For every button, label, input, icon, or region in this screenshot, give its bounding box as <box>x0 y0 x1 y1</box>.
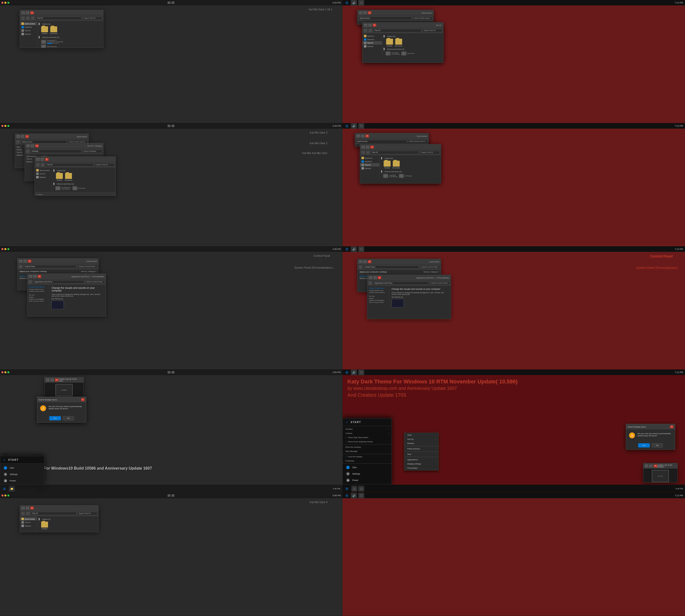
cpw2-ease[interactable]: Ease of Access Center <box>29 300 48 302</box>
dot-g-km4[interactable] <box>7 494 9 497</box>
km4-fwd[interactable]: › <box>26 511 30 515</box>
forward-btn[interactable]: › <box>26 16 30 20</box>
ctx-new[interactable]: New › <box>404 452 438 456</box>
sidebar-quickaccess[interactable]: Quick access <box>20 22 37 25</box>
win-tbi-k-1[interactable]: ⬛ <box>351 486 357 491</box>
dot-r-2[interactable] <box>1 125 3 127</box>
sub-winctrl-1b[interactable]: — □ ✕ <box>364 24 376 27</box>
sub-winctrl-1a[interactable]: — □ ✕ <box>359 11 371 14</box>
start-locktb[interactable]: ✓ Lock the taskbar <box>343 455 392 459</box>
cpw2-display[interactable]: Display <box>29 296 48 298</box>
dot-y-cp[interactable] <box>4 248 6 250</box>
km4-search[interactable]: Search This PC <box>78 512 97 515</box>
cpR-max[interactable]: □ <box>363 260 367 263</box>
km4-addr[interactable]: This PC <box>31 512 76 515</box>
dot-r-ps[interactable] <box>1 371 3 373</box>
km4-close[interactable]: ✕ <box>30 507 34 510</box>
win-tbi-cpr-2[interactable]: ⬛ <box>358 246 364 252</box>
cp-max[interactable]: □ <box>23 260 27 263</box>
win-taskbar-icon-1[interactable]: 🔊 <box>351 0 357 6</box>
cpw2-max[interactable]: □ <box>33 275 37 278</box>
sub-addr-1b[interactable]: This PC <box>373 29 422 32</box>
cpRP-taskbar[interactable]: Taskbar and Navigation <box>369 300 388 301</box>
sub2-od-2[interactable]: OneDrive <box>360 160 379 163</box>
dialog-no-left[interactable]: No <box>63 416 74 420</box>
ps-wc-r[interactable]: — □ ✕ <box>645 464 657 467</box>
sub2-back-2[interactable]: ‹ <box>361 151 365 154</box>
km3-max[interactable]: □ <box>21 135 24 138</box>
km4-back[interactable]: ‹ <box>21 511 25 515</box>
win-start-r5[interactable]: ⊞ <box>345 493 349 498</box>
sub-min-1a[interactable]: — <box>359 11 362 14</box>
win-tbi-k-2[interactable]: ⬛ <box>358 486 364 491</box>
cpRP-back[interactable]: ‹ <box>368 281 372 285</box>
dot-r-km4[interactable] <box>1 494 3 497</box>
sub-max-1b[interactable]: □ <box>368 24 372 27</box>
cpw2-close[interactable]: ✕ <box>38 275 41 278</box>
km1-desktop[interactable]: Desktop <box>56 173 63 181</box>
cpR-winctrl[interactable]: — □ ✕ <box>359 260 371 263</box>
close-btn[interactable]: ✕ <box>30 11 34 14</box>
km2-addr[interactable]: Desktop <box>31 150 82 153</box>
cpRP-winctrl[interactable]: — □ ✕ <box>369 276 381 279</box>
cp-winctrl[interactable]: — □ ✕ <box>19 260 31 263</box>
dialog-yes-left[interactable]: Yes <box>49 416 61 420</box>
km2-min[interactable]: — <box>26 145 30 147</box>
ps-winctrl[interactable]: — □ ✕ <box>46 378 59 381</box>
start-r-user[interactable]: 👤 Cleo <box>343 464 392 470</box>
sub2-docs-2[interactable]: Documents <box>393 161 400 169</box>
sub2-addr-1[interactable]: Quick access <box>356 140 407 143</box>
theme-preview[interactable] <box>51 301 64 309</box>
km1-docs[interactable]: Documents <box>65 173 72 181</box>
win-start-2[interactable]: ⊞ <box>345 124 349 128</box>
sub2-max-2[interactable]: □ <box>366 146 369 149</box>
km2-max[interactable]: □ <box>31 145 34 147</box>
cpR-min[interactable]: — <box>359 260 362 263</box>
ps-min-r[interactable]: — <box>645 464 648 467</box>
km2-back[interactable]: ‹ <box>26 149 30 153</box>
ctx-paste[interactable]: Paste shortcut <box>404 447 438 451</box>
km1-max[interactable]: □ <box>41 158 44 161</box>
start-item-settings[interactable]: ⚙ Settings <box>0 471 44 478</box>
km3-winctrl[interactable]: — □ ✕ <box>17 135 29 138</box>
dot-g-ps[interactable] <box>7 371 9 373</box>
dots-ps[interactable] <box>1 371 9 373</box>
sub-network-1b[interactable]: Network <box>362 45 382 48</box>
sub-back-1b[interactable]: ‹ <box>363 28 368 32</box>
km4-net[interactable]: Network <box>20 524 37 528</box>
sidebar-onedrive[interactable]: OneDrive <box>20 25 37 29</box>
dot-g-cp[interactable] <box>7 248 9 250</box>
dialog-no-right[interactable]: No <box>652 443 663 447</box>
dots-km4[interactable] <box>1 494 9 497</box>
cpRP-search[interactable]: Search Control Panel <box>430 281 450 285</box>
sub2-search-1[interactable]: Search Quick access <box>408 140 427 143</box>
minimize-btn[interactable]: — <box>21 11 25 14</box>
sub2-wc-1[interactable]: — □ ✕ <box>356 134 369 137</box>
ps-close-r[interactable]: ✕ <box>654 464 657 467</box>
cpR-close[interactable]: ✕ <box>368 260 371 263</box>
win-tbi-katy-1[interactable]: 🔊 <box>351 370 357 375</box>
km4-desktop[interactable]: Desktop <box>41 522 48 529</box>
cpw2-addr[interactable]: Appearance and Perso... <box>33 280 84 284</box>
start-r-settings[interactable]: ⚙ Settings <box>343 470 392 477</box>
sub2-min-1[interactable]: — <box>356 134 360 137</box>
sub-search-1b[interactable]: Search This PC <box>423 29 442 32</box>
km1-winctrl[interactable]: — □ ✕ <box>36 158 48 161</box>
win-taskbar-icon-2[interactable]: ⬛ <box>358 0 364 6</box>
dialog-close-right[interactable]: ✕ <box>670 425 673 428</box>
cp-min[interactable]: — <box>19 260 22 263</box>
dot-yellow[interactable] <box>4 2 6 4</box>
start-item-user[interactable]: 👤 Cleo <box>0 465 44 471</box>
win-tbi-r5-2[interactable]: ⬛ <box>358 493 364 499</box>
ps-max-r[interactable]: □ <box>649 464 653 467</box>
dot-g-2[interactable] <box>7 125 9 127</box>
km1-search[interactable]: Search This PC <box>95 163 115 167</box>
sub-onedrive-1b[interactable]: OneDrive <box>362 38 382 41</box>
km4-min[interactable]: — <box>21 507 25 510</box>
file-item-desktop[interactable]: Desktop <box>41 26 48 34</box>
cpw2-min[interactable]: — <box>29 275 32 278</box>
dots-cp[interactable] <box>1 248 9 250</box>
win-start-cpr[interactable]: ⊞ <box>345 247 349 251</box>
dot-y-ps[interactable] <box>4 371 6 373</box>
cpRP-theme-preview[interactable] <box>392 299 404 308</box>
